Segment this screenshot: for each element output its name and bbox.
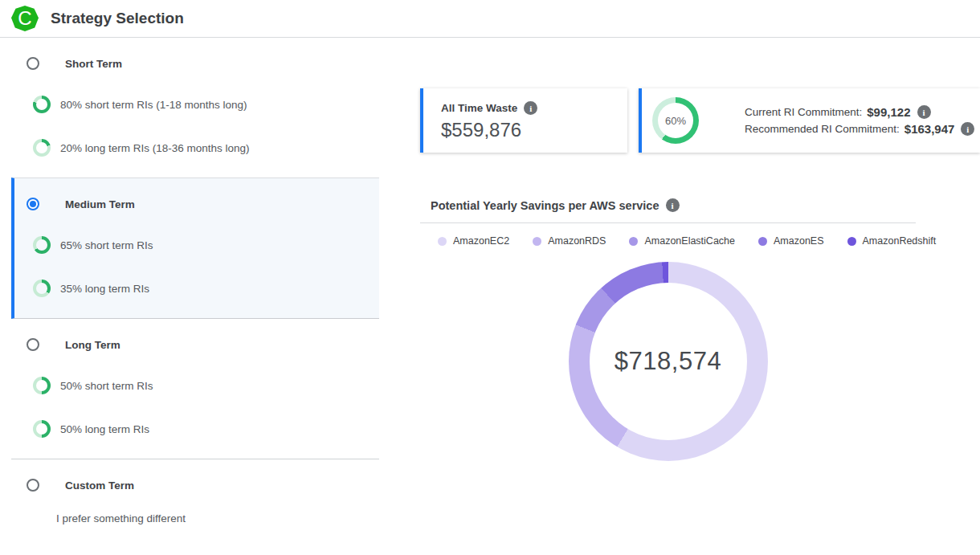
legend-dot-icon [758,237,767,246]
summary-panel: All Time Waste $559,876 60% Current RI C… [379,38,980,555]
strategy-option-short-term[interactable]: Short Term 80% short term RIs (1-18 mont… [11,38,379,178]
donut-center: $718,574 [590,283,747,440]
strategy-detail-row: 50% long term RIs [33,420,379,438]
info-icon[interactable] [666,198,680,212]
strategy-label: Long Term [65,339,120,351]
custom-term-note: I prefer something different [56,512,379,524]
percent-ring-icon [33,236,51,254]
legend-label: AmazonElastiCache [644,235,735,247]
strategy-panel: Short Term 80% short term RIs (1-18 mont… [0,38,379,555]
info-icon[interactable] [961,122,974,136]
savings-donut-chart[interactable]: $718,574 [569,262,768,461]
current-commitment-value: $99,122 [867,105,910,119]
percent-ring-icon [33,420,51,438]
legend-label: AmazonRDS [548,235,606,247]
strategy-detail-row: 20% long term RIs (18-36 months long) [33,139,379,157]
legend-dot-icon [847,237,856,246]
radio-long-term[interactable] [27,338,39,351]
legend-dot-icon [629,237,638,246]
radio-short-term[interactable] [27,57,39,70]
current-commitment-label: Current RI Commitment: [745,106,862,118]
savings-chart-section: Potential Yearly Savings per AWS service… [420,198,916,461]
legend-label: AmazonES [774,235,824,247]
legend-dot-icon [438,237,447,246]
ri-commitment-card: 60% Current RI Commitment: $99,122 Recom… [639,88,980,153]
commitment-percent-label: 60% [665,115,686,127]
info-icon[interactable] [524,101,537,115]
strategy-detail-row: 50% short term RIs [33,377,379,394]
strategy-label: Short Term [65,58,122,70]
strategy-detail-text: 50% short term RIs [60,380,153,392]
percent-ring-icon [33,280,51,297]
legend-item-AmazonElastiCache[interactable]: AmazonElastiCache [629,235,735,247]
strategy-detail-text: 80% short term RIs (1-18 months long) [60,99,247,111]
chart-title: Potential Yearly Savings per AWS service [431,199,659,212]
all-time-waste-card: All Time Waste $559,876 [420,88,627,153]
legend-item-AmazonRDS[interactable]: AmazonRDS [533,235,606,247]
strategy-option-medium-term[interactable]: Medium Term 65% short term RIs 35% long … [11,178,379,319]
legend-label: AmazonRedshift [863,235,937,247]
page-header: C Strategy Selection [0,0,980,38]
strategy-detail-row: 35% long term RIs [33,280,379,297]
recommended-commitment-label: Recommended RI Commitment: [745,123,900,135]
strategy-detail-text: 65% short term RIs [60,239,153,251]
strategy-label: Medium Term [65,198,135,210]
radio-custom-term[interactable] [27,479,39,492]
strategy-detail-text: 20% long term RIs (18-36 months long) [60,142,250,154]
radio-medium-term[interactable] [27,198,39,210]
legend-item-AmazonES[interactable]: AmazonES [758,235,824,247]
strategy-label: Custom Term [65,480,134,492]
percent-ring-icon [33,377,51,394]
strategy-option-long-term[interactable]: Long Term 50% short term RIs 50% long te… [11,319,379,459]
recommended-commitment-row: Recommended RI Commitment: $163,947 [745,122,974,136]
strategy-option-custom-term[interactable]: Custom Term I prefer something different [11,459,379,545]
percent-ring-icon [33,96,51,113]
percent-ring-icon [33,139,51,157]
donut-total-value: $718,574 [615,347,721,376]
info-icon[interactable] [917,105,931,119]
legend-item-AmazonEC2[interactable]: AmazonEC2 [438,235,509,247]
cloudcheckr-logo-icon: C [11,6,39,31]
legend-dot-icon [533,237,541,246]
strategy-detail-text: 50% long term RIs [60,423,149,435]
waste-card-title: All Time Waste [441,102,517,114]
waste-card-value: $559,876 [441,119,627,141]
page-title: Strategy Selection [51,10,184,27]
commitment-percent-ring: 60% [652,97,699,144]
recommended-commitment-value: $163,947 [904,122,955,136]
strategy-detail-text: 35% long term RIs [60,283,149,295]
strategy-detail-row: 65% short term RIs [33,236,379,254]
main-content: Short Term 80% short term RIs (1-18 mont… [0,38,980,555]
current-commitment-row: Current RI Commitment: $99,122 [745,105,974,119]
strategy-detail-row: 80% short term RIs (1-18 months long) [33,96,379,113]
legend-label: AmazonEC2 [453,235,509,247]
chart-legend: AmazonEC2AmazonRDSAmazonElastiCacheAmazo… [438,235,916,247]
legend-item-AmazonRedshift[interactable]: AmazonRedshift [847,235,937,247]
